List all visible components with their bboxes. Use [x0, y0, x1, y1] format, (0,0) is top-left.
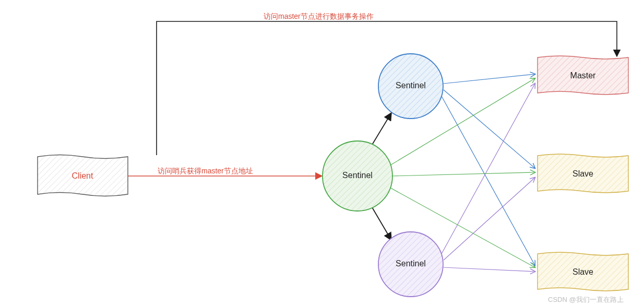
edge-s1-slave2	[442, 96, 535, 265]
edge-s1-slave1	[444, 90, 535, 168]
master-label: Master	[570, 71, 597, 80]
sentinel2-label: Sentinel	[342, 171, 373, 180]
edge-s3-slave1	[444, 178, 535, 260]
architecture-diagram: 访问master节点进行数据事务操作 访问哨兵获得master节点地址 Clie…	[0, 0, 644, 305]
watermark: CSDN @我们一直在路上	[548, 296, 624, 303]
slave1-node: Slave	[538, 154, 628, 193]
edge-s1-master	[444, 74, 535, 84]
slave2-node: Slave	[538, 252, 628, 291]
sentinel3-node: Sentinel	[378, 232, 443, 297]
sentinel2-node: Sentinel	[323, 141, 392, 211]
edge-s3-slave2	[444, 267, 535, 272]
label-middle: 访问哨兵获得master节点地址	[158, 167, 253, 175]
edge-s2-to-s1	[371, 113, 391, 147]
edge-s3-master	[442, 84, 535, 254]
client-node: Client	[38, 155, 128, 196]
sentinel1-label: Sentinel	[396, 81, 426, 90]
slave2-label: Slave	[573, 267, 593, 276]
sentinel3-label: Sentinel	[396, 259, 426, 268]
label-top: 访问master节点进行数据事务操作	[264, 12, 374, 20]
sentinel1-node: Sentinel	[378, 54, 443, 119]
master-node: Master	[538, 56, 628, 95]
client-label: Client	[72, 171, 93, 180]
slave1-label: Slave	[573, 169, 593, 178]
edge-s2-slave1	[392, 172, 535, 176]
edge-s2-to-s3	[371, 205, 391, 240]
